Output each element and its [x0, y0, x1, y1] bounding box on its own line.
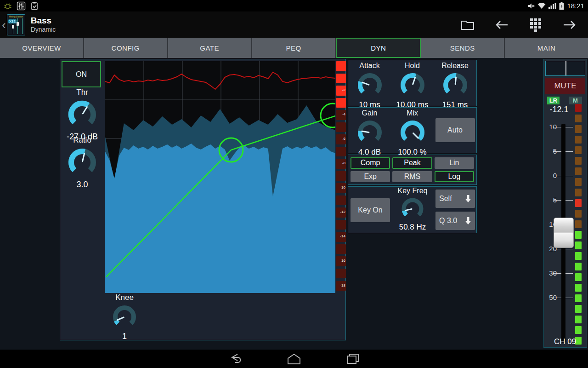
fader-handle[interactable] — [554, 218, 574, 248]
mode-button-peak[interactable]: Peak — [392, 157, 432, 169]
gr-meter-segment — [336, 98, 346, 108]
tab-dyn[interactable]: DYN — [336, 38, 421, 58]
key-source-dropdown[interactable]: Self — [435, 190, 475, 208]
status-right-icons: 18:21 — [527, 2, 588, 10]
gr-meter-segment — [336, 220, 346, 230]
level-meter-segment — [575, 220, 582, 228]
folder-button[interactable] — [458, 16, 478, 34]
channel-title: Bass — [31, 16, 56, 26]
gr-meter-tick-label: -4 — [342, 113, 345, 116]
release-knob-block: Release 151 ms — [434, 60, 476, 106]
wifi-icon — [537, 2, 546, 9]
app-icon-fader-cap — [12, 25, 14, 29]
level-meter-segment — [575, 136, 582, 144]
key-q-dropdown[interactable]: Q 3.0 — [435, 212, 475, 230]
key-on-button[interactable]: Key On — [351, 198, 390, 222]
nav-home-button[interactable] — [286, 351, 302, 366]
auto-cell: Auto — [434, 108, 476, 153]
tab-sends[interactable]: SENDS — [421, 38, 505, 58]
key-freq-knob[interactable] — [399, 195, 426, 223]
gr-meter-segment: -14 — [336, 232, 346, 242]
mode-buttons-section: CompPeakLinExpRMSLog — [348, 155, 477, 185]
knee-knob[interactable] — [110, 302, 139, 332]
gr-meter-tick-label: -10 — [340, 186, 345, 190]
knee-label: Knee — [115, 293, 134, 302]
clipboard-icon — [30, 1, 39, 11]
app-icon-fader-line — [22, 18, 23, 34]
level-meter-segment — [575, 294, 582, 302]
mute-icon — [527, 2, 535, 10]
mono-assign-badge[interactable]: M — [569, 97, 582, 104]
level-meter-segment — [575, 167, 582, 175]
tab-config[interactable]: CONFIG — [84, 38, 168, 58]
ratio-value: 3.0 — [76, 180, 88, 190]
gr-meter-segment: -2 — [336, 86, 346, 96]
level-meter-segment — [575, 125, 582, 133]
gr-meter-segment: -8 — [336, 159, 346, 169]
channel-fader-strip: MUTE LR M -12.1 1050510203050 CH 09 — [543, 59, 587, 348]
level-meter-segment — [575, 305, 582, 313]
fader-scale-label: 30 — [545, 269, 557, 277]
channel-number: CH 09 — [547, 337, 583, 346]
level-meter-segment — [575, 263, 582, 270]
gr-meter-segment: -12 — [336, 207, 346, 218]
key-freq-value: 50.8 Hz — [399, 223, 426, 231]
level-meter-segment — [575, 316, 582, 323]
dynamics-panel: ON Thr -27.0 dB Ratio 3.0 Knee 1 -2-4-6-… — [60, 59, 346, 340]
tab-peq[interactable]: PEQ — [252, 38, 336, 58]
gr-meter-segment: -6 — [336, 134, 346, 144]
release-label: Release — [441, 62, 469, 70]
mode-button-lin[interactable]: Lin — [435, 157, 474, 169]
sliders-icon — [17, 1, 26, 11]
mode-button-rms[interactable]: RMS — [392, 171, 432, 183]
gain-knob[interactable] — [355, 117, 385, 148]
back-chevron-icon[interactable]: ‹ — [0, 19, 7, 31]
level-meter-segment — [575, 231, 582, 239]
status-bar: 18:21 — [0, 0, 588, 12]
ratio-knob[interactable] — [65, 145, 100, 180]
hold-knob[interactable] — [397, 70, 428, 100]
app-header: ‹ Mixing Station X32 Bass Dynamic — [0, 12, 588, 38]
fader-scale-label: 10 — [545, 123, 557, 131]
tab-main[interactable]: MAIN — [505, 38, 588, 58]
auto-time-button[interactable]: Auto — [435, 118, 475, 142]
app-icon[interactable]: Mixing Station X32 — [7, 14, 25, 35]
gr-meter-segment — [336, 269, 346, 279]
title-block: Bass Dynamic — [31, 16, 56, 34]
gr-meter-segment — [336, 147, 346, 157]
dyn-on-button[interactable]: ON — [62, 61, 101, 87]
app-icon-caption: Mixing Station — [8, 15, 24, 18]
nav-recents-button[interactable] — [345, 351, 361, 366]
level-meter-segment — [575, 189, 582, 196]
threshold-knob[interactable] — [65, 97, 100, 132]
level-meter-segment — [575, 242, 582, 249]
mute-button[interactable]: MUTE — [545, 78, 585, 94]
fader-scale-label: 50 — [545, 293, 557, 301]
threshold-label: Thr — [76, 88, 88, 97]
lr-assign-badge[interactable]: LR — [547, 97, 560, 104]
mode-button-log[interactable]: Log — [435, 171, 474, 183]
pan-control[interactable] — [545, 61, 585, 76]
gr-meter-segment: -10 — [336, 183, 346, 193]
prev-channel-button[interactable] — [492, 16, 512, 34]
app-icon-fader-line — [17, 18, 18, 34]
level-meter-segment — [575, 273, 582, 281]
mode-button-exp[interactable]: Exp — [351, 171, 390, 183]
nav-back-button[interactable] — [227, 351, 243, 366]
attack-knob[interactable] — [355, 70, 385, 100]
mode-button-comp[interactable]: Comp — [351, 157, 390, 169]
pan-position-indicator — [565, 61, 566, 75]
hold-knob-block: Hold 10.00 ms — [391, 60, 434, 106]
tab-gate[interactable]: GATE — [168, 38, 252, 58]
dialpad-button[interactable] — [526, 16, 546, 34]
next-channel-button[interactable] — [560, 16, 580, 34]
screen: 18:21 ‹ Mixing Station X32 Bass Dynamic — [0, 0, 588, 368]
gr-meter-segment — [336, 74, 346, 84]
release-knob[interactable] — [440, 70, 470, 100]
gr-meter-segment — [336, 171, 346, 181]
tab-overview[interactable]: OVERVIEW — [0, 38, 84, 58]
level-meter-segment — [575, 146, 582, 154]
compressor-graph[interactable] — [105, 61, 335, 293]
mix-knob[interactable] — [397, 117, 428, 148]
gain-knob-block: Gain 4.0 dB — [348, 108, 391, 153]
